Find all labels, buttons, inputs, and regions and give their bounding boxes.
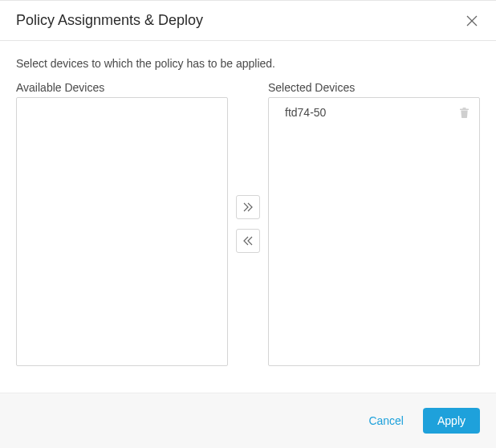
dialog-footer: Cancel Apply <box>0 393 496 448</box>
close-icon <box>466 14 478 27</box>
device-transfer: Available Devices Sel <box>16 81 480 366</box>
selected-label: Selected Devices <box>268 81 480 94</box>
list-item[interactable]: ftd74-50 <box>272 103 476 122</box>
available-label: Available Devices <box>16 81 228 94</box>
cancel-button[interactable]: Cancel <box>368 414 404 427</box>
dialog-title: Policy Assignments & Deploy <box>16 12 203 29</box>
policy-assignments-dialog: Policy Assignments & Deploy Select devic… <box>0 0 496 448</box>
transfer-controls <box>236 81 260 366</box>
chevron-double-left-icon <box>242 235 254 246</box>
move-left-button[interactable] <box>236 229 260 253</box>
apply-button[interactable]: Apply <box>423 408 480 434</box>
move-right-button[interactable] <box>236 195 260 219</box>
selected-devices-list[interactable]: ftd74-50 <box>268 97 480 366</box>
dialog-body: Select devices to which the policy has t… <box>0 41 496 393</box>
device-name: ftd74-50 <box>285 106 326 119</box>
selected-column: Selected Devices ftd74-50 <box>268 81 480 366</box>
remove-device-button[interactable] <box>458 107 470 118</box>
dialog-header: Policy Assignments & Deploy <box>0 1 496 41</box>
available-column: Available Devices <box>16 81 228 366</box>
close-button[interactable] <box>464 13 480 29</box>
chevron-double-right-icon <box>242 202 254 213</box>
svg-rect-3 <box>462 108 466 109</box>
available-devices-list[interactable] <box>16 97 228 366</box>
intro-text: Select devices to which the policy has t… <box>16 57 480 70</box>
trash-icon <box>460 108 469 118</box>
